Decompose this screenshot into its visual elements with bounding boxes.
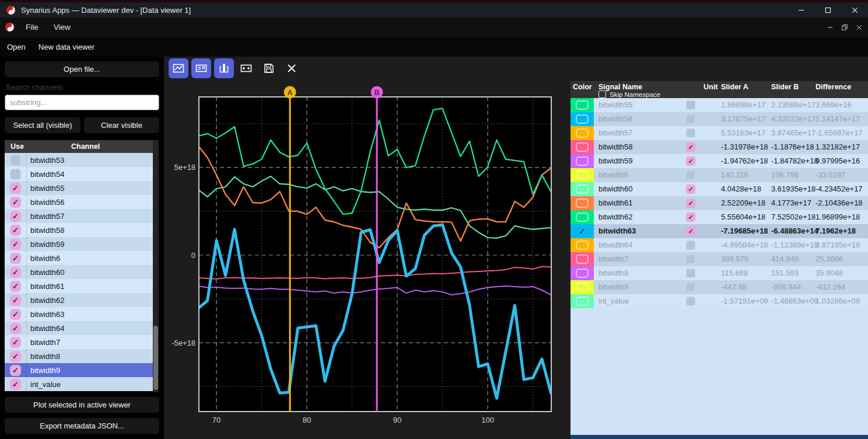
signal-visible-checkbox-unchecked[interactable] <box>686 128 695 138</box>
channel-checkbox-checked[interactable]: ✓ <box>10 239 21 250</box>
signal-row-bitwidth60[interactable]: bitwidth60✓4.0428e+183.61935e+18-4.23452… <box>570 182 868 196</box>
channel-row-bitwidth53[interactable]: bitwidth53 <box>5 153 153 167</box>
signal-color-swatch[interactable] <box>570 98 594 112</box>
channel-row-bitwidth7[interactable]: ✓bitwidth7 <box>5 335 153 349</box>
skip-namespace-checkbox[interactable] <box>598 90 606 98</box>
signal-row-bitwidth59[interactable]: bitwidth59✓-1.94762e+18-1.84782e+189.979… <box>570 154 868 168</box>
scrollbar-thumb[interactable] <box>153 326 158 390</box>
channel-checkbox-checked[interactable]: ✓ <box>10 379 21 390</box>
channel-row-bitwidth58[interactable]: ✓bitwidth58 <box>5 223 153 237</box>
channel-checkbox-checked[interactable]: ✓ <box>10 211 21 222</box>
channel-row-bitwidth61[interactable]: ✓bitwidth61 <box>5 279 153 293</box>
select-all-visible-button[interactable]: Select all (visible) <box>5 117 80 133</box>
channel-checkbox-checked[interactable]: ✓ <box>10 295 21 306</box>
channel-checkbox-checked[interactable]: ✓ <box>10 267 21 278</box>
signal-visible-checkbox-checked[interactable]: ✓ <box>686 227 695 236</box>
channel-row-bitwidth56[interactable]: ✓bitwidth56 <box>5 195 153 209</box>
signal-visible-checkbox-checked[interactable]: ✓ <box>686 142 695 152</box>
channel-row-bitwidth64[interactable]: ✓bitwidth64 <box>5 321 153 335</box>
channel-checkbox-checked[interactable]: ✓ <box>10 309 21 320</box>
maximize-button[interactable] <box>814 2 841 18</box>
signal-color-swatch[interactable] <box>570 126 594 140</box>
signal-visible-checkbox-unchecked[interactable] <box>686 114 695 124</box>
signal-row-bitwidth6[interactable]: bitwidth6140.316106.796-33.5197 <box>570 168 868 182</box>
minimize-button[interactable] <box>788 2 814 18</box>
signal-row-bitwidth63[interactable]: ✓bitwidth63✓-7.19685e+18-6.48863e+147.19… <box>570 224 868 238</box>
channel-row-bitwidth55[interactable]: ✓bitwidth55 <box>5 181 153 195</box>
signal-visible-checkbox-unchecked[interactable] <box>686 241 695 250</box>
signal-visible-checkbox-unchecked[interactable] <box>686 170 695 180</box>
fit-width-toolbar-button[interactable] <box>236 58 256 78</box>
signal-visible-checkbox-unchecked[interactable] <box>686 255 695 264</box>
channel-checkbox-checked[interactable]: ✓ <box>10 337 21 348</box>
signal-color-swatch[interactable] <box>570 238 594 252</box>
signal-visible-checkbox-unchecked[interactable] <box>686 283 695 292</box>
signal-visible-checkbox-checked[interactable]: ✓ <box>686 156 695 166</box>
signal-visible-checkbox-checked[interactable]: ✓ <box>686 198 695 208</box>
signal-color-swatch[interactable] <box>570 112 594 126</box>
child-minimize-button[interactable] <box>826 23 834 32</box>
signal-row-bitwidth64[interactable]: bitwidth64-4.99584e+18-1.12389e+183.8719… <box>570 238 868 252</box>
channel-checkbox-checked[interactable]: ✓ <box>10 225 21 236</box>
signal-row-bitwidth62[interactable]: bitwidth62✓5.55604e+187.52502e+181.96899… <box>570 210 868 224</box>
signal-color-swatch[interactable] <box>570 154 594 168</box>
channel-search-input[interactable] <box>5 95 159 110</box>
save-toolbar-button[interactable] <box>259 58 279 78</box>
signal-visible-checkbox-checked[interactable]: ✓ <box>686 184 695 194</box>
channel-row-bitwidth8[interactable]: ✓bitwidth8 <box>5 349 153 363</box>
clear-visible-button[interactable]: Clear visible <box>84 117 159 133</box>
channel-row-bitwidth57[interactable]: ✓bitwidth57 <box>5 209 153 223</box>
signal-row-bitwidth61[interactable]: bitwidth61✓2.52209e+184.1773e+17-2.10436… <box>570 196 868 210</box>
signal-color-swatch[interactable] <box>570 196 594 210</box>
signal-row-bitwidth58[interactable]: bitwidth58✓-1.31978e+18-1.1876e+181.3218… <box>570 140 868 154</box>
channel-row-bitwidth60[interactable]: ✓bitwidth60 <box>5 265 153 279</box>
signal-color-swatch[interactable] <box>570 168 594 182</box>
plot-canvas[interactable]: AB7080901005e+180-5e+18 <box>164 80 570 439</box>
menu-item-view[interactable]: View <box>54 23 71 32</box>
signal-row-bitwidth56[interactable]: bitwidth563.17875e+174.32022e+171.14147e… <box>570 112 868 126</box>
channel-row-bitwidth6[interactable]: ✓bitwidth6 <box>5 251 153 265</box>
signal-row-bitwidth55[interactable]: bitwidth551.86898e+172.23588e+173.669e+1… <box>570 98 868 112</box>
signal-visible-checkbox-unchecked[interactable] <box>686 297 695 306</box>
signal-visible-checkbox-checked[interactable]: ✓ <box>686 212 695 222</box>
signal-color-swatch[interactable]: ✓ <box>570 224 594 238</box>
child-restore-button[interactable] <box>841 23 849 32</box>
signal-visible-checkbox-unchecked[interactable] <box>686 269 695 278</box>
channel-row-bitwidth54[interactable]: bitwidth54 <box>5 167 153 181</box>
signal-color-swatch[interactable] <box>570 266 594 280</box>
column-toolbar-button[interactable] <box>214 58 234 78</box>
channel-row-bitwidth63[interactable]: ✓bitwidth63 <box>5 307 153 321</box>
close-button[interactable] <box>841 2 868 18</box>
signal-color-swatch[interactable] <box>570 182 594 196</box>
action-open[interactable]: Open <box>7 43 26 51</box>
plot-area-toolbar-button[interactable] <box>169 58 188 78</box>
plot-selected-button[interactable]: Plot selected in active viewer <box>5 397 159 413</box>
signal-color-swatch[interactable] <box>570 294 594 308</box>
open-file-button[interactable]: Open file... <box>5 61 159 77</box>
signal-visible-checkbox-unchecked[interactable] <box>686 100 695 110</box>
channel-checkbox-unchecked[interactable] <box>10 169 21 180</box>
action-new-data-viewer[interactable]: New data viewer <box>38 43 94 51</box>
legend-toolbar-button[interactable] <box>191 58 211 78</box>
signal-row-int_value[interactable]: int_value-1.57191e+09-1.46863e+091.03286… <box>570 294 868 308</box>
child-close-button[interactable] <box>855 23 863 32</box>
export-metadata-button[interactable]: Export metadata JSON... <box>5 418 159 434</box>
channel-checkbox-checked[interactable]: ✓ <box>10 253 21 264</box>
channel-checkbox-checked[interactable]: ✓ <box>10 365 21 376</box>
close-toolbar-button[interactable] <box>282 58 302 78</box>
channel-checkbox-checked[interactable]: ✓ <box>10 323 21 334</box>
channel-checkbox-checked[interactable]: ✓ <box>10 197 21 208</box>
channel-checkbox-unchecked[interactable] <box>10 155 21 166</box>
signal-color-swatch[interactable] <box>570 140 594 154</box>
channel-checkbox-checked[interactable]: ✓ <box>10 183 21 194</box>
signal-color-swatch[interactable] <box>570 210 594 224</box>
channel-row-bitwidth62[interactable]: ✓bitwidth62 <box>5 293 153 307</box>
signal-row-bitwidth57[interactable]: bitwidth575.53163e+173.87465e+17-1.65697… <box>570 126 868 140</box>
channel-list-scrollbar[interactable] <box>153 140 159 392</box>
channel-row-bitwidth9[interactable]: ✓bitwidth9 <box>5 363 153 377</box>
signal-row-bitwidth8[interactable]: bitwidth8115.688151.59335.9048 <box>570 266 868 280</box>
menu-item-file[interactable]: File <box>26 23 38 32</box>
signal-color-swatch[interactable] <box>570 252 594 266</box>
channel-row-bitwidth59[interactable]: ✓bitwidth59 <box>5 237 153 251</box>
channel-checkbox-checked[interactable]: ✓ <box>10 351 21 362</box>
